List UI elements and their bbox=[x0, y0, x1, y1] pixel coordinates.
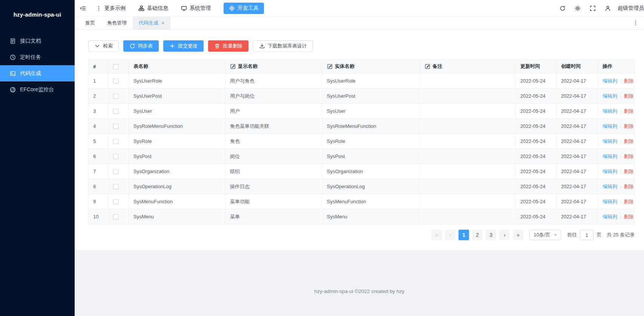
row-checkbox[interactable] bbox=[113, 214, 118, 219]
nav-item-system-manage[interactable]: 系统管理 bbox=[181, 5, 211, 12]
tab-code-gen[interactable]: 代码生成 × bbox=[133, 17, 170, 29]
sidebar-item-label: 定时任务 bbox=[20, 54, 41, 61]
next-page-button[interactable]: › bbox=[499, 230, 510, 240]
refresh-icon[interactable] bbox=[560, 5, 566, 11]
tab-label: 首页 bbox=[85, 20, 95, 26]
delete-link[interactable]: 删除 bbox=[624, 169, 633, 174]
download-schema-button[interactable]: 下载数据库表设计 bbox=[253, 40, 313, 52]
page-button-2[interactable]: 2 bbox=[472, 230, 483, 240]
more-vertical-icon bbox=[96, 5, 102, 11]
batch-delete-button[interactable]: 批量删除 bbox=[208, 40, 248, 52]
edit-columns-link[interactable]: 编辑列 bbox=[603, 184, 617, 189]
edit-columns-link[interactable]: 编辑列 bbox=[603, 169, 617, 174]
cell-created: 2022-04-17 bbox=[557, 119, 598, 134]
sidebar-item-cron-tasks[interactable]: 定时任务 bbox=[0, 49, 75, 65]
gear-icon[interactable] bbox=[575, 5, 581, 11]
delete-link[interactable]: 删除 bbox=[624, 199, 633, 204]
row-checkbox[interactable] bbox=[113, 184, 118, 189]
user-icon[interactable] bbox=[605, 5, 611, 11]
delete-link[interactable]: 删除 bbox=[624, 153, 633, 159]
edit-columns-link[interactable]: 编辑列 bbox=[603, 138, 617, 144]
cell-entity-name: SysMenu bbox=[322, 209, 420, 224]
sidebar-item-label: EFCore监控台 bbox=[20, 86, 54, 93]
fullscreen-icon[interactable] bbox=[590, 5, 596, 11]
cell-remark bbox=[420, 134, 516, 149]
last-page-button[interactable]: » bbox=[513, 230, 523, 240]
link-divider: | bbox=[620, 169, 621, 174]
edit-columns-link[interactable]: 编辑列 bbox=[603, 214, 617, 219]
page-button-1[interactable]: 1 bbox=[458, 230, 469, 240]
column-label: 实体名称 bbox=[335, 63, 354, 70]
prev-page-button[interactable]: ‹ bbox=[445, 230, 455, 240]
total-records-label: 共 25 条记录 bbox=[607, 232, 635, 238]
tab-options-icon[interactable] bbox=[627, 17, 644, 29]
table-row: 8 SysOperationLog 操作日志 SysOperationLog 2… bbox=[89, 179, 635, 194]
cell-remark bbox=[420, 119, 516, 134]
edit-square-icon bbox=[425, 63, 431, 69]
table-row: 1 SysUserRole 用户与角色 SysUserRole 2022-05-… bbox=[89, 74, 635, 89]
search-toggle-button[interactable]: 检索 bbox=[88, 40, 119, 52]
trash-icon bbox=[214, 43, 220, 49]
edit-columns-link[interactable]: 编辑列 bbox=[603, 108, 617, 114]
cell-remark bbox=[420, 194, 516, 209]
row-checkbox[interactable] bbox=[113, 94, 118, 99]
tab-home[interactable]: 首页 bbox=[79, 17, 101, 29]
cell-entity-name: SysRole bbox=[322, 134, 420, 149]
cell-table-name: SysPost bbox=[129, 149, 225, 164]
nav-item-label: 基础信息 bbox=[147, 5, 168, 12]
table-row: 2 SysUserPost 用户与岗位 SysUserPost 2022-05-… bbox=[89, 89, 635, 104]
tab-roles[interactable]: 角色管理 bbox=[101, 17, 133, 29]
edit-columns-link[interactable]: 编辑列 bbox=[603, 93, 617, 99]
page-button-3[interactable]: 3 bbox=[486, 230, 496, 240]
row-index: 7 bbox=[89, 164, 109, 179]
page-jump-input[interactable] bbox=[580, 230, 593, 240]
row-checkbox[interactable] bbox=[113, 78, 118, 84]
row-index: 6 bbox=[89, 149, 109, 164]
delete-link[interactable]: 删除 bbox=[624, 93, 633, 99]
select-all-checkbox[interactable] bbox=[113, 64, 118, 69]
download-icon bbox=[259, 43, 265, 49]
cell-display-name: 用户与角色 bbox=[225, 74, 322, 89]
cell-display-name: 菜单 bbox=[225, 209, 322, 224]
cell-updated: 2022-05-24 bbox=[516, 149, 557, 164]
table-header-cell: 实体名称 bbox=[322, 60, 420, 74]
cell-remark bbox=[420, 89, 516, 104]
row-checkbox[interactable] bbox=[113, 154, 118, 159]
cell-updated: 2022-05-24 bbox=[516, 164, 557, 179]
delete-link[interactable]: 删除 bbox=[624, 78, 633, 84]
page-size-select[interactable]: 10条/页 bbox=[529, 230, 561, 240]
close-icon[interactable]: × bbox=[161, 20, 164, 26]
delete-link[interactable]: 删除 bbox=[624, 108, 633, 114]
edit-columns-link[interactable]: 编辑列 bbox=[603, 199, 617, 204]
collapse-sidebar-button[interactable] bbox=[80, 5, 86, 11]
edit-columns-link[interactable]: 编辑列 bbox=[603, 123, 617, 129]
table-header-cell: 更新时间 bbox=[516, 60, 557, 74]
sync-table-button[interactable]: 同步表 bbox=[123, 40, 159, 52]
row-checkbox[interactable] bbox=[113, 169, 118, 174]
first-page-button[interactable]: « bbox=[431, 230, 442, 240]
delete-link[interactable]: 删除 bbox=[624, 184, 633, 189]
current-user-label[interactable]: 超级管理员 bbox=[618, 5, 644, 12]
delete-link[interactable]: 删除 bbox=[624, 123, 633, 129]
main-area: 更多示例 基础信息 系统管理 开发工具 超级管理员 首页 角色管理 代码生成 × bbox=[75, 0, 644, 316]
sidebar-item-code-gen[interactable]: 代码生成 bbox=[0, 65, 75, 81]
edit-columns-link[interactable]: 编辑列 bbox=[603, 78, 617, 84]
row-checkbox[interactable] bbox=[113, 199, 118, 204]
terminal-icon bbox=[10, 71, 16, 77]
nav-item-dev-tools[interactable]: 开发工具 bbox=[224, 3, 264, 14]
edit-columns-link[interactable]: 编辑列 bbox=[603, 153, 617, 159]
row-index: 2 bbox=[89, 89, 109, 104]
cell-created: 2022-04-17 bbox=[557, 149, 598, 164]
row-checkbox[interactable] bbox=[113, 139, 118, 144]
row-checkbox[interactable] bbox=[113, 124, 118, 129]
submit-changes-label: 提交更改 bbox=[178, 43, 198, 49]
nav-item-label: 更多示例 bbox=[104, 5, 126, 12]
submit-changes-button[interactable]: 提交更改 bbox=[163, 40, 204, 52]
delete-link[interactable]: 删除 bbox=[624, 138, 633, 144]
delete-link[interactable]: 删除 bbox=[624, 214, 633, 219]
sidebar-item-api-docs[interactable]: 接口文档 bbox=[0, 33, 75, 49]
row-checkbox[interactable] bbox=[113, 109, 118, 114]
sidebar-item-efcore-monitor[interactable]: EFCore监控台 bbox=[0, 81, 75, 98]
nav-item-basic-info[interactable]: 基础信息 bbox=[138, 5, 168, 12]
nav-item-more-examples[interactable]: 更多示例 bbox=[96, 5, 126, 12]
